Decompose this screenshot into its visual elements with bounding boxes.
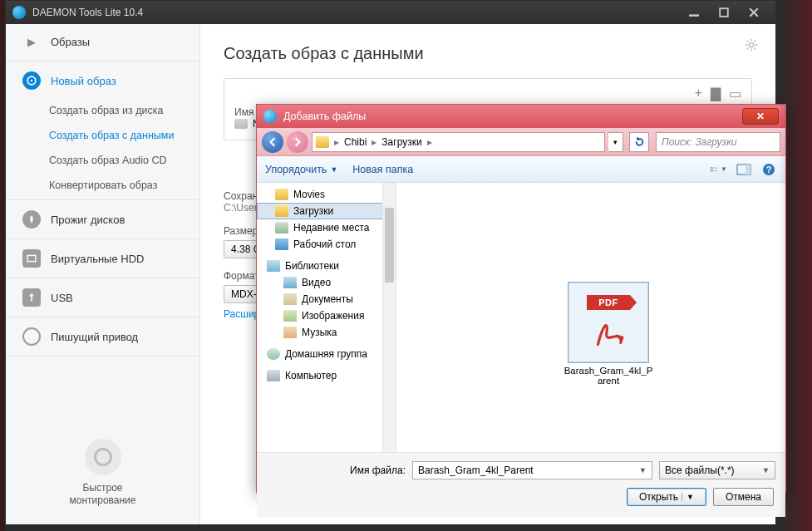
close-button[interactable] xyxy=(739,3,769,22)
sidebar-sub-convert[interactable]: Конвертировать образ xyxy=(6,173,199,198)
breadcrumb-dropdown[interactable]: ▾ xyxy=(608,132,623,152)
sidebar-item-writer[interactable]: Пишущий привод xyxy=(6,319,199,354)
tree-scrollbar[interactable] xyxy=(382,183,396,452)
remove-icon[interactable]: ▭ xyxy=(729,86,741,101)
svg-rect-7 xyxy=(711,170,712,171)
flame-icon xyxy=(22,210,41,229)
filename-value: Barash_Gram_4kl_Parent xyxy=(418,465,534,476)
scrollbar-thumb[interactable] xyxy=(385,208,394,283)
chevron-right-icon: ▸ xyxy=(424,136,436,148)
advanced-link[interactable]: Расшир xyxy=(224,308,259,320)
tree-item-movies[interactable]: Movies xyxy=(257,186,396,203)
chevron-right-icon: ▸ xyxy=(368,136,380,148)
breadcrumb[interactable]: ▸ Chibi ▸ Загрузки ▸ xyxy=(312,132,605,152)
usb-icon xyxy=(22,288,41,307)
file-item-pdf[interactable]: PDF Barash_Gram_4kl_Parent xyxy=(563,283,654,386)
drive-icon xyxy=(22,327,41,346)
sidebar-item-usb[interactable]: USB xyxy=(6,280,199,315)
sidebar-label: USB xyxy=(51,292,73,304)
tree-item-documents[interactable]: Документы xyxy=(257,291,396,307)
tree-group-homegroup[interactable]: Домашняя группа xyxy=(257,346,396,362)
svg-rect-1 xyxy=(720,8,728,17)
refresh-button[interactable] xyxy=(629,132,649,152)
search-input[interactable]: Поиск: Загрузки xyxy=(656,132,780,152)
homegroup-icon xyxy=(267,348,280,360)
sidebar-label: Образы xyxy=(51,36,90,48)
add-file-button[interactable]: + xyxy=(695,86,702,101)
file-dialog: Добавить файлы ✕ ▸ Chibi ▸ Загрузки ▸ ▾ … xyxy=(256,104,786,493)
maximize-button[interactable] xyxy=(709,3,739,22)
pdf-icon xyxy=(591,315,626,350)
help-button[interactable]: ? xyxy=(760,162,777,177)
gear-icon[interactable] xyxy=(744,37,759,56)
folder-tree[interactable]: Movies Загрузки Недавние места Рабочий с… xyxy=(257,183,396,452)
tree-item-music[interactable]: Музыка xyxy=(257,324,396,341)
dialog-footer: Имя файла: Barash_Gram_4kl_Parent ▼ Все … xyxy=(257,452,785,517)
tree-group-libraries[interactable]: Библиотеки xyxy=(257,258,396,274)
sidebar-item-images[interactable]: ▶ Образы xyxy=(6,24,199,59)
quick-mount-icon xyxy=(85,439,121,475)
folder-icon xyxy=(275,189,288,200)
tree-group-computer[interactable]: Компьютер xyxy=(257,367,396,384)
dialog-close-button[interactable]: ✕ xyxy=(742,108,779,125)
sidebar-item-vhdd[interactable]: Виртуальные HDD xyxy=(6,241,199,276)
file-list[interactable]: PDF Barash_Gram_4kl_Parent xyxy=(396,183,785,452)
filetype-select[interactable]: Все файлы(*.*) ▼ xyxy=(659,461,775,479)
search-placeholder: Поиск: Загрузки xyxy=(662,136,737,148)
chevron-down-icon: ▼ xyxy=(330,165,337,174)
cancel-button[interactable]: Отмена xyxy=(713,488,774,506)
dialog-title: Добавить файлы xyxy=(283,111,366,122)
chevron-down-icon: ▼ xyxy=(721,165,727,173)
disc-icon xyxy=(22,71,41,90)
sidebar-sub-audio[interactable]: Создать образ Audio CD xyxy=(6,148,199,173)
disc-small-icon xyxy=(234,119,248,129)
add-folder-icon[interactable]: ▇ xyxy=(711,86,721,101)
tree-item-video[interactable]: Видео xyxy=(257,274,396,291)
organize-menu[interactable]: Упорядочить▼ xyxy=(265,164,337,175)
video-icon xyxy=(283,277,297,288)
tree-item-recent[interactable]: Недавние места xyxy=(257,219,396,236)
svg-point-5 xyxy=(749,42,753,47)
nav-back-button[interactable] xyxy=(262,131,283,153)
preview-pane-button[interactable] xyxy=(736,162,752,177)
sidebar: ▶ Образы Новый образ Создать образ из ди… xyxy=(6,24,200,524)
chevron-down-icon: ▼ xyxy=(639,466,647,474)
sidebar-sub-with-data[interactable]: Создать образ с данными xyxy=(6,123,199,148)
quick-mount-label: Быстрое монтирование xyxy=(6,482,199,508)
quick-mount[interactable]: Быстрое монтирование xyxy=(6,427,199,524)
tree-item-downloads[interactable]: Загрузки xyxy=(257,203,396,219)
sidebar-item-burn[interactable]: Прожиг дисков xyxy=(6,202,199,237)
new-folder-button[interactable]: Новая папка xyxy=(352,164,413,175)
sidebar-label: Прожиг дисков xyxy=(51,214,125,226)
sidebar-label: Пишущий привод xyxy=(51,331,138,343)
library-icon xyxy=(267,260,280,272)
dialog-toolbar: Упорядочить▼ Новая папка ▼ ? xyxy=(257,156,785,183)
breadcrumb-seg[interactable]: Chibi xyxy=(344,136,367,148)
dialog-titlebar[interactable]: Добавить файлы ✕ xyxy=(257,105,785,128)
chevron-down-icon: ▼ xyxy=(682,493,694,501)
tree-item-images[interactable]: Изображения xyxy=(257,307,396,324)
breadcrumb-seg[interactable]: Загрузки xyxy=(381,136,421,148)
chevron-right-icon: ▶ xyxy=(22,32,41,51)
app-icon xyxy=(12,6,26,19)
titlebar[interactable]: DAEMON Tools Lite 10.4 xyxy=(6,1,775,24)
page-title: Создать образ с данными xyxy=(224,44,752,63)
sidebar-label: Новый образ xyxy=(51,75,116,87)
filetype-value: Все файлы(*.*) xyxy=(665,465,735,476)
recent-icon xyxy=(275,222,288,234)
folder-icon xyxy=(316,136,329,148)
view-menu[interactable]: ▼ xyxy=(711,162,727,177)
sidebar-item-new-image[interactable]: Новый образ xyxy=(6,63,199,98)
open-button[interactable]: Открыть ▼ xyxy=(627,488,706,506)
minimize-button[interactable] xyxy=(679,3,709,22)
tree-item-desktop[interactable]: Рабочий стол xyxy=(257,236,396,253)
folder-icon xyxy=(275,205,288,217)
chevron-right-icon: ▸ xyxy=(331,136,342,148)
sidebar-sub-from-disc[interactable]: Создать образ из диска xyxy=(6,98,199,123)
filename-input[interactable]: Barash_Gram_4kl_Parent ▼ xyxy=(412,461,652,479)
file-thumbnail: PDF xyxy=(568,283,648,362)
svg-rect-9 xyxy=(746,165,750,175)
nav-forward-button[interactable] xyxy=(287,131,308,153)
dialog-nav: ▸ Chibi ▸ Загрузки ▸ ▾ Поиск: Загрузки xyxy=(257,128,785,156)
hdd-icon xyxy=(22,249,41,268)
